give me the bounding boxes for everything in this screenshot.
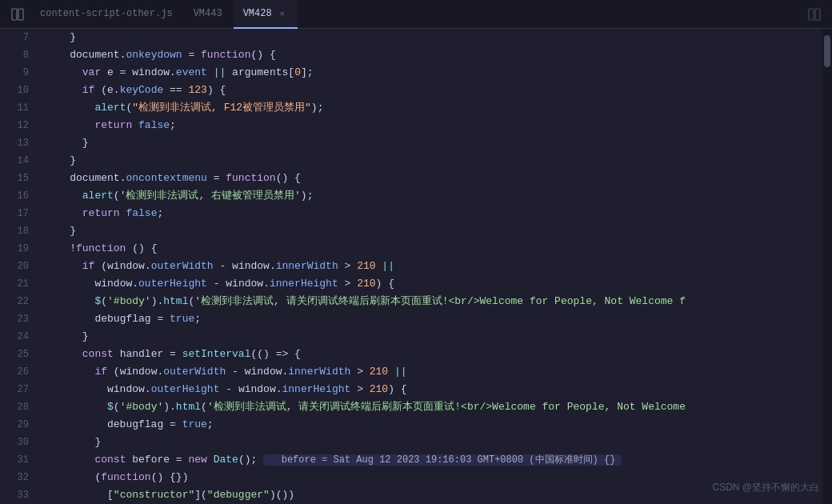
code-line-30: } [45, 434, 822, 451]
code-line-10: if (e.keyCode == 123) { [45, 82, 822, 99]
line-num-14: 14 [0, 152, 38, 170]
line-num-22: 22 [0, 293, 38, 310]
tab-label: content-script-other.js [40, 8, 173, 19]
code-line-29: debugflag = true; [45, 416, 822, 434]
svg-rect-2 [809, 9, 814, 20]
tab-vm428[interactable]: VM428 ✕ [234, 0, 298, 29]
line-num-12: 12 [0, 117, 38, 134]
line-num-19: 19 [0, 240, 38, 258]
code-line-28: $('#body').html('检测到非法调试, 请关闭调试终端后刷新本页面重… [45, 398, 822, 416]
line-num-7: 7 [0, 29, 38, 46]
line-num-11: 11 [0, 99, 38, 117]
code-line-18: } [45, 222, 822, 240]
code-line-23: debugflag = true; [45, 310, 822, 328]
line-num-8: 8 [0, 46, 38, 64]
tab-label: VM443 [194, 8, 222, 19]
code-content[interactable]: } document.onkeydown = function() { var … [38, 29, 822, 504]
tab-vm443[interactable]: VM443 [184, 0, 232, 29]
line-num-27: 27 [0, 381, 38, 398]
tab-content-script[interactable]: content-script-other.js [30, 0, 182, 29]
code-line-11: alert("检测到非法调试, F12被管理员禁用"); [45, 99, 822, 117]
line-num-9: 9 [0, 64, 38, 82]
line-num-25: 25 [0, 346, 38, 363]
code-line-27: window.outerHeight - window.innerHeight … [45, 381, 822, 398]
line-num-18: 18 [0, 222, 38, 240]
code-editor: 7 8 9 10 11 12 13 14 15 16 17 18 19 20 2… [0, 29, 832, 504]
line-num-10: 10 [0, 82, 38, 99]
line-num-21: 21 [0, 275, 38, 293]
code-line-16: alert('检测到非法调试, 右键被管理员禁用'); [45, 187, 822, 205]
svg-rect-1 [18, 9, 23, 20]
line-num-20: 20 [0, 258, 38, 275]
scrollbar-thumb[interactable] [824, 35, 830, 67]
line-num-33: 33 [0, 486, 38, 504]
panel-toggle-icon[interactable] [6, 3, 29, 26]
line-num-24: 24 [0, 328, 38, 346]
line-num-16: 16 [0, 187, 38, 205]
code-line-12: return false; [45, 117, 822, 134]
code-line-22: $('#body').html('检测到非法调试, 请关闭调试终端后刷新本页面重… [45, 293, 822, 310]
line-num-17: 17 [0, 205, 38, 222]
code-line-33: ["constructor"]("debugger")()) [45, 486, 822, 504]
svg-rect-0 [12, 9, 17, 20]
line-num-31: 31 [0, 451, 38, 469]
code-line-32: (function() {}) [45, 469, 822, 486]
svg-rect-3 [815, 9, 820, 20]
csdn-watermark: CSDN @坚持不懈的大白 [712, 481, 819, 494]
line-num-28: 28 [0, 398, 38, 416]
code-line-9: var e = window.event || arguments[0]; [45, 64, 822, 82]
code-line-21: window.outerHeight - window.innerHeight … [45, 275, 822, 293]
code-line-31: const before = new Date(); before = Sat … [45, 451, 822, 469]
code-line-15: document.oncontextmenu = function() { [45, 170, 822, 187]
code-line-8: document.onkeydown = function() { [45, 46, 822, 64]
vertical-scrollbar[interactable] [822, 29, 832, 504]
code-line-20: if (window.outerWidth - window.innerWidt… [45, 258, 822, 275]
tab-label: VM428 [243, 8, 272, 19]
code-line-14: } [45, 152, 822, 170]
line-num-32: 32 [0, 469, 38, 486]
code-line-26: if (window.outerWidth - window.innerWidt… [45, 363, 822, 381]
line-num-26: 26 [0, 363, 38, 381]
tab-bar: content-script-other.js VM443 VM428 ✕ [0, 0, 832, 29]
line-num-30: 30 [0, 434, 38, 451]
code-line-25: const handler = setInterval(() => { [45, 346, 822, 363]
line-num-23: 23 [0, 310, 38, 328]
tab-close-icon[interactable]: ✕ [277, 8, 288, 19]
code-line-13: } [45, 134, 822, 152]
line-num-15: 15 [0, 170, 38, 187]
code-line-19: !function () { [45, 240, 822, 258]
line-num-13: 13 [0, 134, 38, 152]
split-editor-icon[interactable] [803, 3, 826, 26]
code-line-7: } [45, 29, 822, 46]
code-line-24: } [45, 328, 822, 346]
line-num-29: 29 [0, 416, 38, 434]
line-numbers: 7 8 9 10 11 12 13 14 15 16 17 18 19 20 2… [0, 29, 38, 504]
code-line-17: return false; [45, 205, 822, 222]
